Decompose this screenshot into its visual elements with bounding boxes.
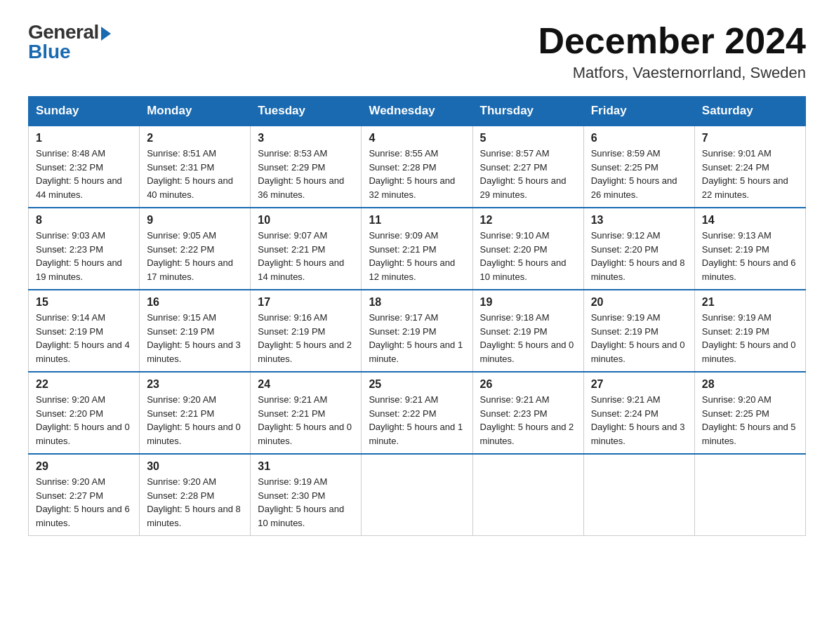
calendar-day: 24 Sunrise: 9:21 AMSunset: 2:21 PMDaylig… — [251, 372, 362, 454]
day-info: Sunrise: 9:18 AMSunset: 2:19 PMDaylight:… — [480, 311, 576, 365]
day-number: 25 — [369, 378, 465, 391]
day-info: Sunrise: 9:09 AMSunset: 2:21 PMDaylight:… — [369, 229, 465, 283]
day-number: 8 — [36, 214, 132, 227]
day-number: 29 — [36, 460, 132, 473]
day-info: Sunrise: 9:19 AMSunset: 2:30 PMDaylight:… — [258, 475, 354, 530]
calendar-day: 9 Sunrise: 9:05 AMSunset: 2:22 PMDayligh… — [140, 208, 251, 290]
calendar-day: 14 Sunrise: 9:13 AMSunset: 2:19 PMDaylig… — [694, 208, 805, 290]
calendar-day: 15 Sunrise: 9:14 AMSunset: 2:19 PMDaylig… — [29, 290, 140, 372]
page-header: General Blue December 2024 Matfors, Vaes… — [28, 21, 806, 82]
logo: General Blue — [28, 21, 111, 63]
day-info: Sunrise: 9:14 AMSunset: 2:19 PMDaylight:… — [36, 311, 132, 365]
calendar-week-1: 1 Sunrise: 8:48 AMSunset: 2:32 PMDayligh… — [29, 126, 806, 208]
day-info: Sunrise: 9:21 AMSunset: 2:23 PMDaylight:… — [480, 393, 576, 448]
day-info: Sunrise: 8:53 AMSunset: 2:29 PMDaylight:… — [258, 147, 354, 201]
day-info: Sunrise: 9:10 AMSunset: 2:20 PMDaylight:… — [480, 229, 576, 283]
day-info: Sunrise: 8:51 AMSunset: 2:31 PMDaylight:… — [147, 147, 243, 201]
day-number: 5 — [480, 132, 576, 145]
day-number: 12 — [480, 214, 576, 227]
day-info: Sunrise: 8:55 AMSunset: 2:28 PMDaylight:… — [369, 147, 465, 201]
day-number: 14 — [702, 214, 798, 227]
calendar-day: 12 Sunrise: 9:10 AMSunset: 2:20 PMDaylig… — [472, 208, 583, 290]
day-info: Sunrise: 8:48 AMSunset: 2:32 PMDaylight:… — [36, 147, 132, 201]
calendar-day — [472, 454, 583, 536]
calendar-day: 10 Sunrise: 9:07 AMSunset: 2:21 PMDaylig… — [251, 208, 362, 290]
calendar-day: 27 Sunrise: 9:21 AMSunset: 2:24 PMDaylig… — [583, 372, 694, 454]
day-number: 9 — [147, 214, 243, 227]
calendar-day: 26 Sunrise: 9:21 AMSunset: 2:23 PMDaylig… — [472, 372, 583, 454]
calendar-day: 25 Sunrise: 9:21 AMSunset: 2:22 PMDaylig… — [362, 372, 472, 454]
day-number: 31 — [258, 460, 354, 473]
day-number: 13 — [591, 214, 687, 227]
calendar-day: 13 Sunrise: 9:12 AMSunset: 2:20 PMDaylig… — [583, 208, 694, 290]
calendar-day: 17 Sunrise: 9:16 AMSunset: 2:19 PMDaylig… — [251, 290, 362, 372]
calendar-day: 16 Sunrise: 9:15 AMSunset: 2:19 PMDaylig… — [140, 290, 251, 372]
calendar-day: 7 Sunrise: 9:01 AMSunset: 2:24 PMDayligh… — [694, 126, 805, 208]
calendar-week-2: 8 Sunrise: 9:03 AMSunset: 2:23 PMDayligh… — [29, 208, 806, 290]
header-monday: Monday — [140, 97, 251, 126]
day-info: Sunrise: 9:13 AMSunset: 2:19 PMDaylight:… — [702, 229, 798, 283]
location: Matfors, Vaesternorrland, Sweden — [538, 64, 806, 82]
calendar-week-4: 22 Sunrise: 9:20 AMSunset: 2:20 PMDaylig… — [29, 372, 806, 454]
day-number: 10 — [258, 214, 354, 227]
calendar-table: Sunday Monday Tuesday Wednesday Thursday… — [28, 96, 806, 536]
calendar-day — [362, 454, 472, 536]
calendar-day: 3 Sunrise: 8:53 AMSunset: 2:29 PMDayligh… — [251, 126, 362, 208]
day-number: 23 — [147, 378, 243, 391]
logo-blue-text: Blue — [28, 41, 71, 63]
day-number: 3 — [258, 132, 354, 145]
calendar-week-5: 29 Sunrise: 9:20 AMSunset: 2:27 PMDaylig… — [29, 454, 806, 536]
calendar-day: 28 Sunrise: 9:20 AMSunset: 2:25 PMDaylig… — [694, 372, 805, 454]
day-info: Sunrise: 9:20 AMSunset: 2:21 PMDaylight:… — [147, 393, 243, 448]
calendar-day: 6 Sunrise: 8:59 AMSunset: 2:25 PMDayligh… — [583, 126, 694, 208]
day-number: 16 — [147, 296, 243, 309]
calendar-week-3: 15 Sunrise: 9:14 AMSunset: 2:19 PMDaylig… — [29, 290, 806, 372]
header-row: Sunday Monday Tuesday Wednesday Thursday… — [29, 97, 806, 126]
day-number: 11 — [369, 214, 465, 227]
day-info: Sunrise: 9:20 AMSunset: 2:27 PMDaylight:… — [36, 475, 132, 530]
day-info: Sunrise: 9:15 AMSunset: 2:19 PMDaylight:… — [147, 311, 243, 365]
day-number: 4 — [369, 132, 465, 145]
day-number: 6 — [591, 132, 687, 145]
calendar-day: 22 Sunrise: 9:20 AMSunset: 2:20 PMDaylig… — [29, 372, 140, 454]
day-info: Sunrise: 9:17 AMSunset: 2:19 PMDaylight:… — [369, 311, 465, 365]
title-area: December 2024 Matfors, Vaesternorrland, … — [538, 21, 806, 82]
calendar-day: 30 Sunrise: 9:20 AMSunset: 2:28 PMDaylig… — [140, 454, 251, 536]
calendar-day: 2 Sunrise: 8:51 AMSunset: 2:31 PMDayligh… — [140, 126, 251, 208]
header-sunday: Sunday — [29, 97, 140, 126]
day-number: 17 — [258, 296, 354, 309]
day-number: 2 — [147, 132, 243, 145]
day-info: Sunrise: 9:19 AMSunset: 2:19 PMDaylight:… — [702, 311, 798, 365]
month-title: December 2024 — [538, 21, 806, 61]
day-info: Sunrise: 9:21 AMSunset: 2:24 PMDaylight:… — [591, 393, 687, 448]
header-tuesday: Tuesday — [251, 97, 362, 126]
day-info: Sunrise: 8:57 AMSunset: 2:27 PMDaylight:… — [480, 147, 576, 201]
day-info: Sunrise: 9:20 AMSunset: 2:20 PMDaylight:… — [36, 393, 132, 448]
header-friday: Friday — [583, 97, 694, 126]
day-number: 26 — [480, 378, 576, 391]
day-number: 28 — [702, 378, 798, 391]
calendar-day: 31 Sunrise: 9:19 AMSunset: 2:30 PMDaylig… — [251, 454, 362, 536]
day-number: 18 — [369, 296, 465, 309]
day-number: 1 — [36, 132, 132, 145]
calendar-day: 8 Sunrise: 9:03 AMSunset: 2:23 PMDayligh… — [29, 208, 140, 290]
calendar-day — [694, 454, 805, 536]
calendar-day: 23 Sunrise: 9:20 AMSunset: 2:21 PMDaylig… — [140, 372, 251, 454]
day-info: Sunrise: 9:21 AMSunset: 2:21 PMDaylight:… — [258, 393, 354, 448]
day-info: Sunrise: 8:59 AMSunset: 2:25 PMDaylight:… — [591, 147, 687, 201]
day-number: 7 — [702, 132, 798, 145]
calendar-day: 1 Sunrise: 8:48 AMSunset: 2:32 PMDayligh… — [29, 126, 140, 208]
day-number: 27 — [591, 378, 687, 391]
day-info: Sunrise: 9:20 AMSunset: 2:28 PMDaylight:… — [147, 475, 243, 530]
day-info: Sunrise: 9:12 AMSunset: 2:20 PMDaylight:… — [591, 229, 687, 283]
calendar-day: 18 Sunrise: 9:17 AMSunset: 2:19 PMDaylig… — [362, 290, 472, 372]
logo-arrow-icon — [101, 27, 111, 41]
day-number: 20 — [591, 296, 687, 309]
day-info: Sunrise: 9:03 AMSunset: 2:23 PMDaylight:… — [36, 229, 132, 283]
day-info: Sunrise: 9:05 AMSunset: 2:22 PMDaylight:… — [147, 229, 243, 283]
calendar-day: 5 Sunrise: 8:57 AMSunset: 2:27 PMDayligh… — [472, 126, 583, 208]
calendar-day: 20 Sunrise: 9:19 AMSunset: 2:19 PMDaylig… — [583, 290, 694, 372]
calendar-day: 21 Sunrise: 9:19 AMSunset: 2:19 PMDaylig… — [694, 290, 805, 372]
day-number: 19 — [480, 296, 576, 309]
day-number: 30 — [147, 460, 243, 473]
